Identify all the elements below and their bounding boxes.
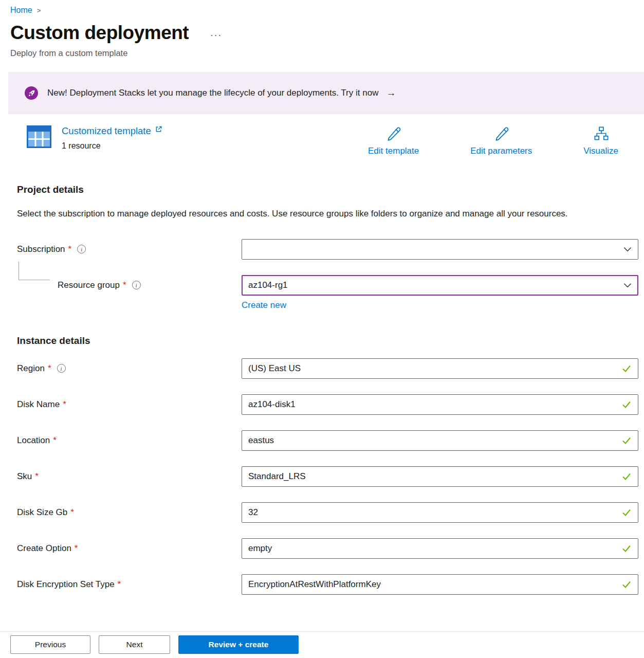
required-asterisk: * <box>68 244 72 254</box>
disk-encryption-set-type-input-box <box>242 574 638 595</box>
action-label: Visualize <box>583 146 618 156</box>
instance-details-heading: Instance details <box>17 335 644 346</box>
checkmark-icon <box>621 363 632 374</box>
resource-group-row: Resource group * i az104-rg1 <box>17 275 638 296</box>
disk-name-field[interactable] <box>248 395 621 414</box>
sku-field[interactable] <box>248 467 621 486</box>
review-create-button[interactable]: Review + create <box>178 635 299 654</box>
banner-message: New! Deployment Stacks let you manage th… <box>47 88 378 98</box>
page-title: Custom deployment <box>10 22 189 44</box>
disk-name-input-box <box>242 394 638 415</box>
location-row: Location * <box>17 430 638 451</box>
breadcrumb-chevron-icon: > <box>37 7 41 14</box>
checkmark-icon <box>621 435 632 446</box>
info-icon[interactable]: i <box>57 364 66 373</box>
instance-details-form: Region * i Disk Name * Location * <box>17 358 638 595</box>
page-header: Custom deployment ··· Deploy from a cust… <box>0 22 644 58</box>
disk-size-gb-label: Disk Size Gb * <box>17 507 242 518</box>
required-asterisk: * <box>35 471 39 482</box>
edit-template-button[interactable]: Edit template <box>368 125 419 156</box>
resource-group-value: az104-rg1 <box>248 280 623 290</box>
disk-size-gb-input-box <box>242 502 638 523</box>
subscription-dropdown[interactable] <box>242 239 638 260</box>
sku-row: Sku * <box>17 466 638 487</box>
template-bar: Customized template 1 resource <box>27 125 644 156</box>
subscription-label: Subscription * i <box>17 244 242 254</box>
breadcrumb: Home > <box>0 0 644 15</box>
announcement-banner: New! Deployment Stacks let you manage th… <box>8 72 644 114</box>
required-asterisk: * <box>75 543 78 554</box>
resource-group-dropdown[interactable]: az104-rg1 <box>242 275 638 296</box>
chevron-down-icon <box>623 245 632 253</box>
chevron-down-icon <box>623 281 632 289</box>
template-resource-count: 1 resource <box>62 141 162 151</box>
disk-size-gb-row: Disk Size Gb * <box>17 502 638 523</box>
org-chart-icon <box>593 125 609 143</box>
breadcrumb-home-link[interactable]: Home <box>10 6 32 15</box>
checkmark-icon <box>621 399 632 410</box>
region-label: Region * i <box>17 363 242 374</box>
disk-name-label: Disk Name * <box>17 399 242 410</box>
previous-button[interactable]: Previous <box>10 635 90 654</box>
template-actions: Edit template Edit parameters <box>368 125 618 156</box>
location-field[interactable] <box>248 431 621 450</box>
edit-parameters-button[interactable]: Edit parameters <box>470 125 532 156</box>
template-icon <box>27 125 51 150</box>
region-input-box <box>242 358 638 379</box>
footer-divider <box>0 631 644 632</box>
footer-bar: Previous Next Review + create <box>0 620 644 658</box>
resource-group-label: Resource group * i <box>17 280 242 290</box>
next-button[interactable]: Next <box>99 635 170 654</box>
info-icon[interactable]: i <box>132 281 141 289</box>
create-option-row: Create Option * <box>17 538 638 559</box>
action-label: Edit parameters <box>470 146 532 156</box>
disk-name-row: Disk Name * <box>17 394 638 415</box>
required-asterisk: * <box>48 363 51 374</box>
pencil-icon <box>385 125 401 143</box>
create-option-input-box <box>242 538 638 559</box>
checkmark-icon <box>621 471 632 482</box>
checkmark-icon <box>621 507 632 518</box>
required-asterisk: * <box>70 507 74 518</box>
required-asterisk: * <box>63 399 66 410</box>
external-link-icon <box>155 125 162 135</box>
disk-encryption-set-type-field[interactable] <box>248 575 621 594</box>
create-new-link[interactable]: Create new <box>242 300 286 310</box>
more-options-button[interactable]: ··· <box>210 25 222 41</box>
sku-input-box <box>242 466 638 487</box>
create-option-field[interactable] <box>248 539 621 558</box>
project-details-heading: Project details <box>17 184 644 195</box>
required-asterisk: * <box>123 280 126 290</box>
region-row: Region * i <box>17 358 638 379</box>
checkmark-icon <box>621 579 632 590</box>
page-subtitle: Deploy from a custom template <box>10 48 644 58</box>
sku-label: Sku * <box>17 471 242 482</box>
region-field[interactable] <box>248 359 621 378</box>
disk-encryption-set-type-row: Disk Encryption Set Type * <box>17 574 638 595</box>
subscription-row: Subscription * i <box>17 239 638 260</box>
project-details-form: Subscription * i Resource group * i az10… <box>17 239 638 310</box>
arrow-right-icon[interactable]: → <box>386 87 396 99</box>
create-new-row: Create new <box>17 300 638 310</box>
disk-size-gb-field[interactable] <box>248 503 621 522</box>
disk-encryption-set-type-label: Disk Encryption Set Type * <box>17 579 242 590</box>
required-asterisk: * <box>118 579 121 590</box>
pencil-icon <box>493 125 509 143</box>
info-icon[interactable]: i <box>77 245 86 253</box>
location-label: Location * <box>17 435 242 446</box>
required-asterisk: * <box>53 435 57 446</box>
checkmark-icon <box>621 543 632 554</box>
rocket-icon <box>25 86 38 100</box>
field-connector-line <box>19 262 50 280</box>
create-option-label: Create Option * <box>17 543 242 554</box>
visualize-button[interactable]: Visualize <box>583 125 618 156</box>
location-input-box <box>242 430 638 451</box>
customized-template-link[interactable]: Customized template <box>62 125 151 137</box>
action-label: Edit template <box>368 146 419 156</box>
project-details-description: Select the subscription to manage deploy… <box>17 206 608 222</box>
